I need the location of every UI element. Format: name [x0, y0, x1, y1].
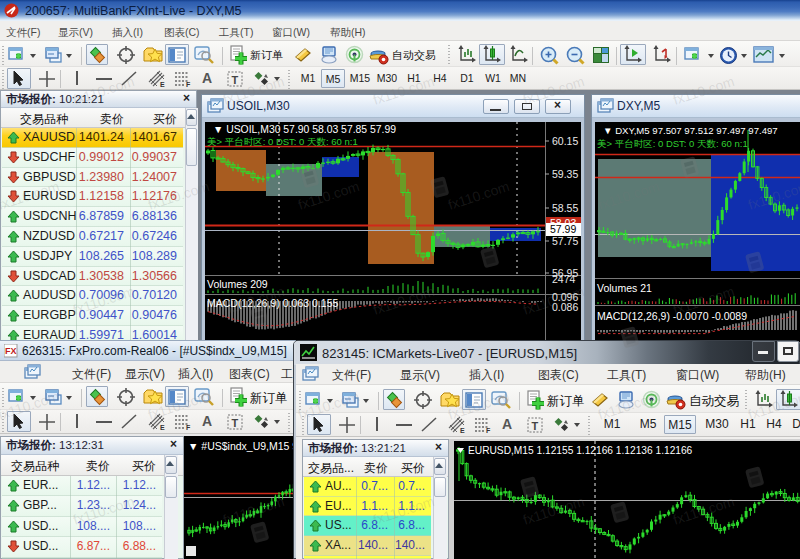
svg-text:MACD(12,26,9) -0.0070 -0.0089: MACD(12,26,9) -0.0070 -0.0089 — [597, 310, 747, 322]
svg-text:▼ USOIL,M30 57.90 58.03 57.85: ▼ USOIL,M30 57.90 58.03 57.85 57.99 — [213, 124, 396, 135]
svg-text:59.35: 59.35 — [552, 168, 578, 180]
svg-text:▼ #US$indx_U9,M15 9: ▼ #US$indx_U9,M15 9 — [188, 440, 296, 452]
svg-text:E: E — [160, 424, 165, 431]
svg-text:▼ DXY,M5 97.507 97.512 97.497: ▼ DXY,M5 97.507 97.512 97.497 97.497 — [603, 125, 778, 136]
svg-text:Volumes 21: Volumes 21 — [597, 282, 652, 294]
svg-text:57.75: 57.75 — [552, 235, 578, 247]
svg-text:T: T — [532, 420, 539, 432]
svg-text:60.15: 60.15 — [552, 135, 578, 147]
svg-text:E: E — [460, 427, 465, 434]
svg-text:美> 平台时区: 0 DST: 0 天数: 60 n:: 美> 平台时区: 0 DST: 0 天数: 60 n:1 — [597, 138, 748, 149]
svg-text:FX: FX — [5, 346, 17, 356]
svg-text:EURUSD,M15 1.12155 1.12166 1.: EURUSD,M15 1.12155 1.12166 1.12136 1.121… — [468, 445, 693, 456]
svg-text:T: T — [232, 74, 239, 86]
svg-text:Volumes 209: Volumes 209 — [207, 278, 268, 290]
svg-text:57.99: 57.99 — [550, 223, 576, 235]
svg-text:F: F — [186, 424, 191, 431]
svg-text:MACD(12,26,9) 0.063 0.155: MACD(12,26,9) 0.063 0.155 — [207, 297, 338, 309]
svg-text:0.086: 0.086 — [552, 301, 578, 313]
svg-text:美> 平台时区: 0 DST: 0 天数: 60 n:: 美> 平台时区: 0 DST: 0 天数: 60 n:1 — [207, 136, 358, 147]
svg-text:F: F — [186, 81, 191, 88]
svg-text:2474: 2474 — [552, 273, 576, 285]
svg-text:E: E — [160, 81, 165, 88]
svg-text:58.55: 58.55 — [552, 202, 578, 214]
svg-text:F: F — [486, 427, 491, 434]
svg-text:T: T — [232, 417, 239, 429]
